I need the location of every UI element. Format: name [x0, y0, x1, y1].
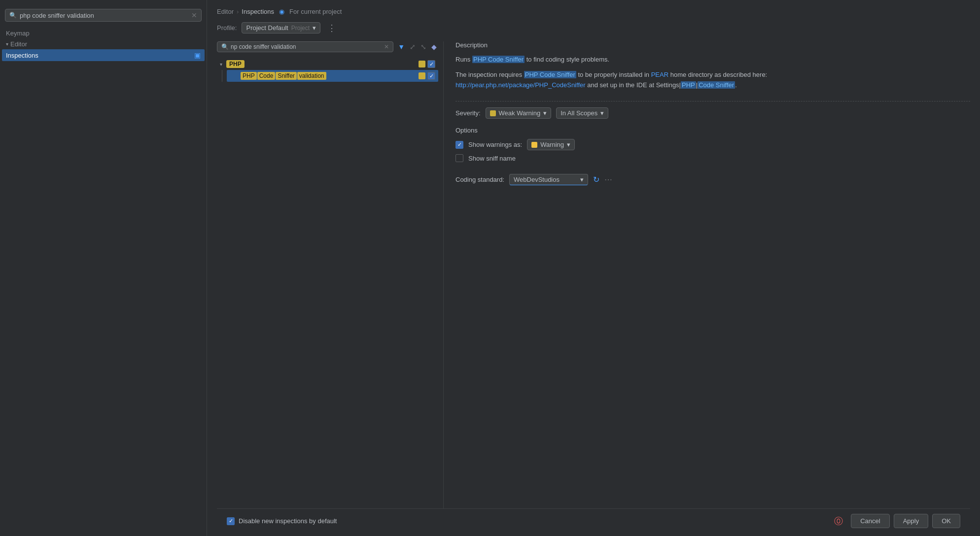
desc-highlight3: PHP — [681, 81, 696, 89]
php-checkboxes — [419, 60, 435, 68]
options-title: Options — [455, 127, 970, 134]
right-panel: Editor › Inspections ◉ For current proje… — [207, 0, 980, 536]
eraser-button[interactable]: ◆ — [430, 41, 438, 52]
expand-button[interactable]: ⤢ — [408, 41, 417, 52]
tree-search-icon: 🔍 — [221, 43, 229, 50]
profile-value: Project Default — [246, 24, 288, 32]
description-text1: Runs PHP Code Sniffer to find coding sty… — [455, 55, 970, 65]
sidebar: 🔍 php code sniffer validation ✕ Keymap ▾… — [0, 0, 207, 536]
sidebar-section-editor[interactable]: ▾ Editor — [0, 39, 207, 49]
disable-checkbox[interactable] — [227, 517, 235, 525]
desc-suffix2: and set up in the IDE at Settings| — [586, 81, 681, 89]
tree-indent: PHP Code Sniffer validation — [217, 70, 438, 82]
scope-value: In All Scopes — [560, 109, 597, 117]
show-sniff-label: Show sniff name — [468, 155, 516, 162]
item-severity-dot — [419, 72, 425, 79]
bottom-bar: Disable new inspections by default ⓪ Can… — [217, 508, 970, 536]
tree-toolbar: ▼ ⤢ ⤡ ◆ — [396, 41, 438, 52]
tree-search-row: 🔍 np code sniffer validation ✕ ▼ ⤢ ⤡ ◆ — [217, 41, 438, 52]
bottom-right: ⓪ Cancel Apply OK — [834, 514, 960, 528]
tree-search-box[interactable]: 🔍 np code sniffer validation ✕ — [217, 41, 393, 52]
profile-label: Profile: — [217, 24, 237, 32]
severity-row: Severity: Weak Warning ▾ In All Scopes ▾ — [455, 107, 970, 119]
breadcrumb: Editor › Inspections ◉ For current proje… — [217, 8, 970, 15]
name-segment-php: PHP — [241, 72, 257, 80]
name-segment-validation: validation — [297, 72, 326, 80]
severity-dropdown[interactable]: Weak Warning ▾ — [486, 107, 552, 119]
disable-row: Disable new inspections by default — [227, 517, 337, 525]
breadcrumb-sep1: › — [237, 8, 239, 15]
coding-standard-value: WebDevStudios — [514, 176, 560, 183]
php-group: ▾ PHP PHP Code — [217, 58, 438, 82]
filter-button[interactable]: ▼ — [396, 41, 406, 52]
scope-chevron-icon: ▾ — [600, 109, 604, 117]
coding-standard-label: Coding standard: — [455, 176, 504, 183]
tree-search-value: np code sniffer validation — [231, 43, 382, 50]
search-icon: 🔍 — [9, 12, 17, 19]
sidebar-search-box[interactable]: 🔍 php code sniffer validation ✕ — [5, 9, 202, 22]
show-warnings-label: Show warnings as: — [468, 141, 522, 148]
php-checkbox[interactable] — [427, 60, 435, 68]
desc-mid2b: home directory as described here: — [668, 71, 767, 78]
warning-dropdown[interactable]: Warning ▾ — [527, 139, 575, 150]
warning-value: Warning — [540, 141, 564, 148]
help-icon[interactable]: ⓪ — [834, 515, 843, 527]
inspection-tree: 🔍 np code sniffer validation ✕ ▼ ⤢ ⤡ ◆ — [217, 41, 444, 508]
coding-standard-chevron-icon: ▾ — [580, 176, 584, 183]
desc-prefix2: The inspection requires — [455, 71, 524, 78]
coding-standard-dropdown[interactable]: WebDevStudios ▾ — [509, 174, 588, 185]
desc-suffix1: to find coding style problems. — [525, 56, 609, 63]
sidebar-item-inspections[interactable]: Inspections ▣ — [2, 49, 205, 61]
inspection-item-name: PHP Code Sniffer validation — [241, 72, 416, 80]
desc-link1[interactable]: PEAR — [651, 71, 668, 78]
ok-button[interactable]: OK — [932, 514, 960, 528]
scope-dropdown[interactable]: In All Scopes ▾ — [556, 107, 608, 119]
profile-more-button[interactable]: ⋮ — [327, 23, 336, 34]
coding-standard-row: Coding standard: WebDevStudios ▾ ↻ ⋯ — [455, 174, 970, 185]
profile-chevron-icon: ▾ — [313, 24, 316, 32]
desc-link2[interactable]: http://pear.php.net/package/PHP_CodeSnif… — [455, 81, 586, 89]
show-sniff-checkbox[interactable] — [455, 154, 463, 162]
severity-value: Weak Warning — [499, 109, 541, 117]
description-panel: Description Runs PHP Code Sniffer to fin… — [444, 41, 970, 508]
php-badge: PHP — [226, 60, 245, 68]
desc-highlight2: PHP Code Sniffer — [524, 71, 576, 78]
desc-end: . — [735, 81, 737, 89]
options-section: Options Show warnings as: Warning ▾ — [455, 127, 970, 166]
refresh-button[interactable]: ↻ — [593, 175, 599, 184]
item-checkbox[interactable] — [427, 72, 435, 80]
name-segment-sniffer: Sniffer — [276, 72, 296, 80]
main-content: 🔍 np code sniffer validation ✕ ▼ ⤢ ⤡ ◆ — [217, 41, 970, 508]
cancel-button[interactable]: Cancel — [851, 514, 889, 528]
show-warnings-checkbox[interactable] — [455, 141, 463, 149]
breadcrumb-dot: ◉ — [279, 8, 284, 15]
desc-divider — [455, 101, 970, 101]
php-group-header[interactable]: ▾ PHP — [217, 58, 438, 70]
sidebar-search-value: php code sniffer validation — [20, 12, 188, 19]
severity-chevron-icon: ▾ — [543, 109, 547, 117]
collapse-button[interactable]: ⤡ — [419, 41, 428, 52]
tree-search-clear[interactable]: ✕ — [384, 43, 389, 50]
profile-row: Profile: Project Default Project ▾ ⋮ — [217, 22, 970, 34]
php-severity-dot — [419, 61, 425, 67]
inspections-label: Inspections — [6, 52, 38, 59]
coding-more-button[interactable]: ⋯ — [604, 175, 612, 184]
warning-color-dot — [531, 142, 537, 148]
severity-color-dot — [490, 110, 496, 116]
sidebar-search-clear[interactable]: ✕ — [191, 11, 197, 19]
profile-dropdown[interactable]: Project Default Project ▾ — [242, 22, 320, 34]
editor-chevron-icon: ▾ — [6, 41, 8, 47]
profile-tag: Project — [291, 25, 310, 32]
desc-mid2: to be properly installed in — [576, 71, 651, 78]
desc-prefix1: Runs — [455, 56, 472, 63]
breadcrumb-project: For current project — [289, 8, 342, 15]
action-buttons: Cancel Apply OK — [851, 514, 960, 528]
sidebar-item-keymap[interactable]: Keymap — [0, 28, 207, 39]
apply-button[interactable]: Apply — [894, 514, 929, 528]
breadcrumb-editor: Editor — [217, 8, 234, 15]
inspection-item-php-code-sniffer[interactable]: PHP Code Sniffer validation — [227, 70, 438, 82]
disable-label: Disable new inspections by default — [239, 517, 337, 525]
show-warnings-row: Show warnings as: Warning ▾ — [455, 139, 970, 150]
name-segment-code: Code — [257, 72, 276, 80]
show-sniff-row: Show sniff name — [455, 154, 970, 162]
